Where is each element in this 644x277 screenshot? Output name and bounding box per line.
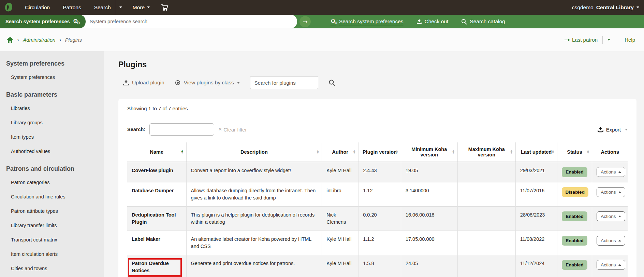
sidebar-item-library-transfer-limits[interactable]: Library transfer limits [6, 218, 101, 233]
table-filter-row: Search: × Clear filter Export [127, 123, 628, 136]
column-header-description[interactable]: Description▲▼ [186, 142, 322, 162]
status-badge: Enabled [562, 236, 587, 246]
nav-circulation[interactable]: Circulation [18, 0, 56, 15]
breadcrumb-bar: › Administration › Plugins Last patron H… [0, 28, 644, 51]
plugins-table: Name▲▼ Description▲▼ Author▲▼ Plugin ver… [127, 142, 628, 277]
sidebar-item-library-groups[interactable]: Library groups [6, 115, 101, 130]
actions-dropdown-button[interactable]: Actions [597, 236, 625, 246]
sidebar-section-heading: System preferences [6, 60, 101, 67]
cell-plugin-version: 2.4.43 [358, 162, 401, 182]
status-badge: Enabled [562, 260, 587, 270]
column-header-status[interactable]: Status▲▼ [557, 142, 592, 162]
cell-plugin-version: 0.0.20 [358, 206, 401, 231]
cell-maximum-koha-version [457, 206, 515, 231]
view-plugins-by-class-label: View plugins by class [184, 80, 234, 86]
breadcrumb-separator: › [17, 37, 19, 42]
chevron-down-icon [636, 6, 639, 8]
sidebar-item-item-types[interactable]: Item types [6, 130, 101, 144]
column-header-maximum-koha-version[interactable]: Maximum Koha version▲▼ [457, 142, 515, 162]
cell-plugin-version: 1.12 [358, 182, 401, 206]
sidebar-item-system-preferences[interactable]: System preferences [6, 70, 101, 84]
chevron-down-icon [119, 6, 122, 8]
actions-dropdown-button[interactable]: Actions [597, 187, 625, 197]
cell-actions: Actions [592, 231, 628, 255]
actions-dropdown-button[interactable]: Actions [597, 260, 625, 270]
cell-author: Kyle M Hall [322, 162, 358, 182]
last-patron-dropdown-caret[interactable] [608, 39, 610, 41]
nav-patrons[interactable]: Patrons [56, 0, 87, 15]
cell-minimum-koha-version: 19.05 [401, 162, 457, 182]
actions-dropdown-button[interactable]: Actions [597, 211, 625, 221]
actions-button-label: Actions [601, 214, 616, 219]
cell-status: Enabled [557, 162, 592, 182]
cell-maximum-koha-version [457, 255, 515, 277]
nav-search-dropdown[interactable] [115, 0, 126, 15]
column-header-minimum-koha-version[interactable]: Minimum Koha version▲▼ [401, 142, 457, 162]
sidebar-item-authorized-values[interactable]: Authorized values [6, 144, 101, 158]
search-for-plugins-input[interactable] [250, 76, 318, 89]
chevron-up-icon [618, 240, 621, 241]
page-title: Plugins [118, 60, 636, 69]
link-search-system-preferences[interactable]: ⚙⚙ Search system preferences [331, 18, 404, 25]
sidebar-item-patron-categories[interactable]: Patron categories [6, 175, 101, 190]
table-search-label: Search: [127, 127, 145, 132]
download-icon [598, 127, 603, 133]
actions-button-label: Actions [601, 169, 616, 175]
actions-dropdown-button[interactable]: Actions [597, 167, 625, 177]
chevron-up-icon [618, 216, 621, 217]
last-patron-button[interactable]: Last patron [565, 37, 598, 43]
actions-button-label: Actions [601, 190, 616, 195]
column-header-last-updated[interactable]: Last updated▲▼ [515, 142, 557, 162]
column-header-actions: Actions [592, 142, 628, 162]
home-icon[interactable] [7, 37, 13, 43]
sidebar-item-transport-cost-matrix[interactable]: Transport cost matrix [6, 233, 101, 247]
column-header-plugin-version[interactable]: Plugin version▲▼ [358, 142, 401, 162]
view-plugins-by-class-dropdown[interactable]: View plugins by class [175, 80, 240, 86]
cell-maximum-koha-version [457, 162, 515, 182]
plugin-name: Database Dumper [132, 188, 174, 193]
upload-plugin-button[interactable]: Upload plugin [123, 80, 164, 86]
table-row: Patron Overdue NoticesGenerate and print… [127, 255, 628, 277]
table-search-input[interactable] [149, 123, 214, 136]
divider [602, 36, 603, 44]
logged-in-user-menu[interactable]: csqdemo Central Library [572, 4, 639, 11]
cell-description: An alternative label creator for Koha po… [186, 231, 322, 255]
sort-icon: ▲▼ [452, 150, 455, 154]
link-search-catalog[interactable]: Search catalog [461, 18, 505, 25]
sort-icon: ▲▼ [395, 150, 398, 154]
koha-logo-icon[interactable] [5, 2, 14, 13]
clear-filter-button[interactable]: × Clear filter [218, 126, 247, 133]
cell-status: Enabled [557, 255, 592, 277]
sidebar-item-item-circulation-alerts[interactable]: Item circulation alerts [6, 247, 101, 261]
gears-icon: ⚙⚙ [331, 18, 336, 25]
actions-button-label: Actions [601, 238, 616, 243]
chevron-up-icon [618, 264, 621, 266]
nav-search[interactable]: Search [88, 0, 115, 15]
system-preference-search-input[interactable] [80, 15, 297, 28]
link-label: Search system preferences [339, 18, 404, 25]
cell-last-updated: 11/07/2016 [515, 182, 557, 206]
cart-icon[interactable] [161, 4, 169, 11]
column-header-name[interactable]: Name▲▼ [127, 142, 186, 162]
sidebar-item-circulation-and-fine-rules[interactable]: Circulation and fine rules [6, 190, 101, 204]
nav-more[interactable]: More [126, 0, 156, 15]
export-button[interactable]: Export [598, 127, 628, 133]
logged-in-library: Central Library [596, 4, 634, 11]
cell-author: Kyle M Hall [322, 231, 358, 255]
plugins-panel: Showing 1 to 7 of 7 entries Search: × Cl… [118, 99, 636, 277]
cell-plugin-name: Label Maker [127, 231, 186, 255]
arrow-right-icon [565, 38, 570, 42]
link-check-out[interactable]: Check out [416, 18, 449, 25]
sidebar-item-patron-attribute-types[interactable]: Patron attribute types [6, 204, 101, 218]
search-submit-button[interactable]: → [299, 16, 311, 27]
help-link[interactable]: Help [625, 37, 635, 43]
sidebar-item-libraries[interactable]: Libraries [6, 101, 101, 115]
sort-icon: ▲▼ [552, 150, 555, 154]
search-preferences-tab[interactable]: Search system preferences ⚙⚙ [0, 15, 86, 28]
breadcrumb-administration[interactable]: Administration [23, 37, 55, 43]
column-header-author[interactable]: Author▲▼ [322, 142, 358, 162]
search-plugins-icon[interactable] [328, 79, 335, 86]
sidebar-item-cities-and-towns[interactable]: Cities and towns [6, 261, 101, 276]
main-content: Plugins Upload plugin View plugins by cl… [104, 51, 644, 277]
cell-minimum-koha-version: 24.05 [401, 255, 457, 277]
